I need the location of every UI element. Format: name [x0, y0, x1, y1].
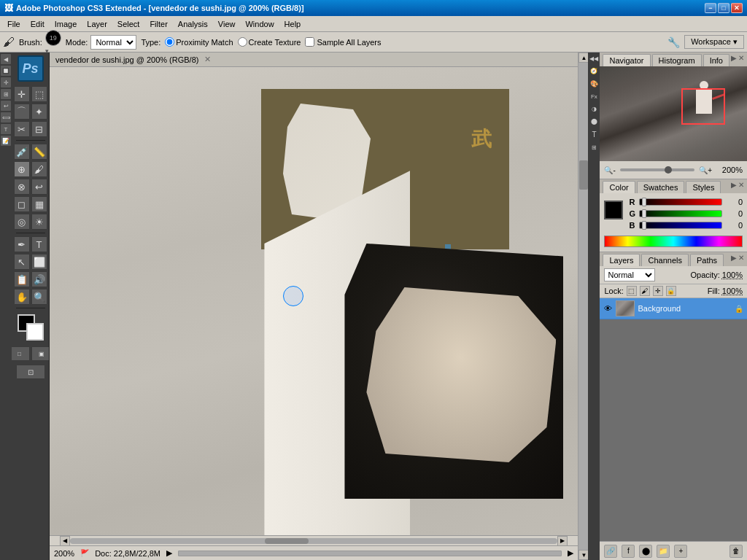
layers-options-icon[interactable]: ▶	[731, 254, 737, 266]
blend-mode-select[interactable]: Normal Dissolve Multiply	[604, 268, 655, 281]
panel-strip-mask[interactable]: ⬤	[589, 117, 599, 126]
eyedropper-tool[interactable]: 💉	[14, 144, 30, 160]
panel-strip-layers[interactable]: ⊞	[589, 143, 599, 152]
eraser-tool[interactable]: ◻	[14, 196, 30, 212]
menu-help[interactable]: Help	[280, 18, 306, 30]
sample-all-label[interactable]: Sample All Layers	[305, 37, 381, 47]
g-handle[interactable]	[642, 209, 646, 218]
menu-file[interactable]: File	[3, 18, 25, 30]
strip-notes[interactable]: 📝	[1, 136, 11, 146]
menu-image[interactable]: Image	[50, 18, 82, 30]
gradient-tool[interactable]: ▦	[31, 196, 47, 212]
r-slider[interactable]	[639, 198, 722, 206]
minimize-btn[interactable]: −	[705, 3, 716, 13]
color-spectrum[interactable]	[604, 236, 743, 247]
new-layer-btn[interactable]: +	[674, 545, 687, 558]
canvas-v-scroll[interactable]: ▲ ▼	[578, 52, 588, 560]
status-arrow[interactable]: ▶	[166, 548, 172, 558]
dodge-tool[interactable]: ☀	[31, 214, 47, 230]
menu-analysis[interactable]: Analysis	[174, 18, 212, 30]
blur-tool[interactable]: ◎	[14, 214, 30, 230]
lock-image-icon[interactable]: 🖌	[640, 286, 650, 296]
h-scroll-left[interactable]: ◀	[60, 536, 70, 546]
slice-tool[interactable]: ⊟	[31, 121, 47, 137]
brush-preview-container[interactable]: 19 ▾	[45, 30, 61, 55]
workspace-button[interactable]: Workspace ▾	[684, 35, 744, 49]
nav-zoom-out-icon[interactable]: 🔍-	[604, 166, 615, 174]
nav-zoom-in-icon[interactable]: 🔍+	[699, 166, 712, 174]
tab-navigator[interactable]: Navigator	[603, 54, 650, 66]
menu-edit[interactable]: Edit	[26, 18, 49, 30]
menu-view[interactable]: View	[214, 18, 240, 30]
type-tool[interactable]: T	[31, 236, 47, 252]
crop-tool[interactable]: ✂	[14, 121, 30, 137]
screen-mode[interactable]: ⊡	[16, 365, 45, 379]
strip-toggle[interactable]: ◀	[1, 54, 11, 64]
proximity-label[interactable]: Proximity Match	[165, 37, 233, 47]
add-mask-btn[interactable]: ⬤	[639, 545, 652, 558]
fill-value[interactable]: 100%	[722, 287, 743, 295]
strip-rotate[interactable]: ↩	[1, 101, 11, 111]
tab-paths[interactable]: Paths	[690, 254, 724, 266]
tab-styles[interactable]: Styles	[686, 181, 721, 193]
menu-window[interactable]: Window	[241, 18, 278, 30]
b-slider[interactable]	[639, 222, 722, 229]
add-fx-btn[interactable]: f	[622, 545, 635, 558]
menu-layer[interactable]: Layer	[82, 18, 112, 30]
layers-close-icon[interactable]: ✕	[738, 254, 744, 266]
g-slider[interactable]	[639, 210, 722, 217]
history-tool[interactable]: ↩	[31, 179, 47, 195]
move-tool[interactable]: ✛	[14, 86, 30, 102]
new-group-btn[interactable]: 📁	[657, 545, 670, 558]
layer-eye-icon[interactable]: 👁	[603, 303, 613, 314]
texture-radio[interactable]	[238, 37, 247, 47]
tab-info[interactable]: Info	[703, 54, 729, 66]
measure-tool[interactable]: 📏	[31, 144, 47, 160]
lock-position-icon[interactable]: ✛	[653, 286, 663, 296]
standard-mode[interactable]: □	[12, 346, 30, 361]
shape-tool[interactable]: ⬜	[31, 254, 47, 270]
pen-tool[interactable]: ✒	[14, 236, 30, 252]
v-scroll-track[interactable]	[578, 63, 588, 550]
h-scrollbar[interactable]: ◀ ▶	[50, 535, 578, 545]
link-layers-btn[interactable]: 🔗	[604, 545, 617, 558]
v-scroll-down[interactable]: ▼	[578, 550, 589, 560]
notes-tool[interactable]: 📋	[14, 271, 30, 287]
heal-tool[interactable]: ⊕	[14, 161, 30, 177]
canvas-close-icon[interactable]: ✕	[204, 55, 211, 64]
opacity-value[interactable]: 100%	[722, 271, 743, 279]
nav-close-icon[interactable]: ✕	[738, 54, 744, 66]
lasso-tool[interactable]: ⌒	[14, 104, 30, 120]
panel-strip-text[interactable]: T	[589, 129, 599, 140]
color-close-icon[interactable]: ✕	[738, 181, 744, 193]
delete-layer-btn[interactable]: 🗑	[729, 545, 743, 558]
panel-strip-fx[interactable]: Fx	[589, 92, 599, 101]
zoom-thumb[interactable]	[665, 166, 672, 174]
canvas-wrapper[interactable]: 武	[50, 67, 578, 535]
v-scroll-up[interactable]: ▲	[578, 52, 589, 63]
h-scroll-track[interactable]	[70, 538, 557, 544]
strip-move[interactable]: ✛	[1, 77, 11, 88]
hand-tool[interactable]: ✋	[14, 289, 30, 305]
proximity-radio[interactable]	[165, 37, 174, 47]
marquee-tool[interactable]: ⬚	[31, 86, 47, 102]
tab-color[interactable]: Color	[603, 181, 635, 193]
tab-layers[interactable]: Layers	[603, 254, 640, 266]
current-color-swatch[interactable]	[604, 201, 623, 219]
layer-row-background[interactable]: 👁 Background 🔒	[600, 298, 747, 319]
win-controls[interactable]: − □ ✕	[705, 3, 743, 13]
tab-swatches[interactable]: Swatches	[637, 181, 685, 193]
audio-tool[interactable]: 🔊	[31, 271, 47, 287]
status-arrow-right[interactable]: ▶	[568, 548, 573, 558]
menu-filter[interactable]: Filter	[145, 18, 171, 30]
menu-select[interactable]: Select	[113, 18, 144, 30]
strip-text[interactable]: T	[1, 124, 11, 134]
strip-nav[interactable]: 🔲	[1, 66, 11, 76]
zoom-tool[interactable]: 🔍	[31, 289, 47, 305]
lock-transparent-icon[interactable]: ⬚	[627, 286, 637, 296]
background-color[interactable]	[26, 323, 44, 341]
nav-options-icon[interactable]: ▶	[731, 54, 737, 66]
lock-all-icon[interactable]: 🔒	[666, 286, 676, 296]
strip-flip[interactable]: ⟺	[1, 112, 11, 122]
strip-zoom-fit[interactable]: ⊞	[1, 89, 11, 99]
